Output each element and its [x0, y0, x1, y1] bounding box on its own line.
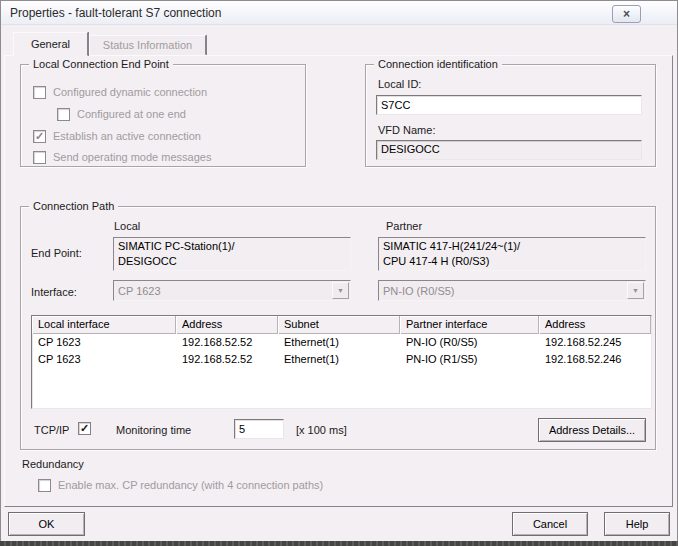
table-row[interactable]: CP 1623 192.168.52.52 Ethernet(1) PN-IO … [32, 334, 651, 351]
dropdown-value: CP 1623 [114, 285, 332, 297]
partner-end-point-line2: CPU 417-4 H (R0/S3) [383, 254, 641, 269]
tcpip-checkbox[interactable]: ✓ [78, 422, 91, 435]
partner-interface-dropdown: PN-IO (R0/S5) ▼ [378, 280, 646, 301]
window-title: Properties - fault-tolerant S7 connectio… [10, 1, 221, 25]
local-end-point-line1: SIMATIC PC-Station(1)/ [118, 239, 346, 254]
send-operating-mode-messages-checkbox [33, 151, 46, 164]
address-details-button[interactable]: Address Details... [538, 418, 646, 442]
checkbox-row: ✓ Establish an active connection [33, 129, 201, 143]
redundancy-label: Redundancy [22, 458, 84, 470]
local-column-label: Local [114, 220, 140, 232]
ok-button[interactable]: OK [8, 512, 85, 536]
table-cell: Ethernet(1) [278, 351, 400, 368]
tcpip-label: TCP/IP [34, 424, 69, 436]
table-row[interactable]: CP 1623 192.168.52.52 Ethernet(1) PN-IO … [32, 351, 651, 368]
titlebar: Properties - fault-tolerant S7 connectio… [1, 1, 677, 25]
partner-column-label: Partner [386, 220, 422, 232]
establish-active-connection-checkbox: ✓ [33, 130, 46, 143]
connection-identification-group: Connection identification Local ID: VFD … [365, 64, 656, 167]
table-cell: PN-IO (R1/S5) [400, 351, 539, 368]
checkbox-label: Send operating mode messages [53, 151, 211, 163]
table-cell: 192.168.52.52 [176, 334, 278, 351]
configured-at-one-end-checkbox [57, 108, 70, 121]
table-cell: 192.168.52.52 [176, 351, 278, 368]
local-id-label: Local ID: [378, 78, 421, 90]
table-cell: CP 1623 [32, 351, 176, 368]
local-end-point-line2: DESIGOCC [118, 254, 346, 269]
local-interface-dropdown: CP 1623 ▼ [113, 280, 351, 301]
close-icon: × [623, 7, 630, 21]
end-point-label: End Point: [31, 247, 82, 259]
table-cell: 192.168.52.246 [539, 351, 651, 368]
column-header[interactable]: Local interface [32, 316, 176, 334]
partner-end-point-line1: SIMATIC 417-H(241/24~(1)/ [383, 239, 641, 254]
column-header[interactable]: Address [176, 316, 278, 334]
table-cell: CP 1623 [32, 334, 176, 351]
checkbox-row: Configured dynamic connection [33, 85, 207, 99]
table-cell: Ethernet(1) [278, 334, 400, 351]
dropdown-value: PN-IO (R0/S5) [379, 285, 627, 297]
tab-general[interactable]: General [13, 32, 88, 56]
checkbox-label: Enable max. CP redundancy (with 4 connec… [58, 479, 323, 491]
vfd-name-field: DESIGOCC [376, 140, 642, 160]
chevron-down-icon: ▼ [332, 282, 349, 299]
vfd-name-label: VFD Name: [378, 124, 435, 136]
window-bottom-edge [0, 541, 678, 546]
connection-path-group: Connection Path Local Partner End Point:… [20, 206, 656, 450]
close-button[interactable]: × [612, 5, 641, 23]
local-id-input[interactable] [376, 95, 642, 115]
monitoring-time-unit-label: [x 100 ms] [296, 424, 347, 436]
interface-label: Interface: [31, 286, 77, 298]
interface-table: Local interface Address Subnet Partner i… [31, 315, 652, 409]
column-header[interactable]: Address [539, 316, 651, 334]
group-title: Connection identification [374, 58, 502, 70]
checkbox-label: Configured dynamic connection [53, 86, 207, 98]
partner-end-point-field: SIMATIC 417-H(241/24~(1)/ CPU 417-4 H (R… [378, 237, 646, 271]
monitoring-time-label: Monitoring time [116, 424, 191, 436]
enable-cp-redundancy-checkbox [38, 479, 51, 492]
column-header[interactable]: Partner interface [400, 316, 539, 334]
cancel-button[interactable]: Cancel [512, 512, 588, 536]
column-header[interactable]: Subnet [278, 316, 400, 334]
checkbox-row: Configured at one end [57, 107, 186, 121]
checkbox-row: Enable max. CP redundancy (with 4 connec… [38, 478, 323, 492]
group-title: Connection Path [29, 200, 118, 212]
table-header-row: Local interface Address Subnet Partner i… [32, 316, 651, 334]
checkbox-row: Send operating mode messages [33, 150, 211, 164]
tab-status-information: Status Information [89, 35, 206, 55]
group-title: Local Connection End Point [29, 58, 173, 70]
checkbox-label: Configured at one end [77, 108, 186, 120]
table-cell: PN-IO (R0/S5) [400, 334, 539, 351]
local-end-point-field: SIMATIC PC-Station(1)/ DESIGOCC [113, 237, 351, 271]
checkbox-label: Establish an active connection [53, 130, 201, 142]
table-cell: 192.168.52.245 [539, 334, 651, 351]
configured-dynamic-connection-checkbox [33, 86, 46, 99]
chevron-down-icon: ▼ [627, 282, 644, 299]
help-button[interactable]: Help [604, 512, 670, 536]
monitoring-time-input[interactable] [234, 419, 284, 439]
local-connection-end-point-group: Local Connection End Point Configured dy… [20, 64, 306, 167]
properties-dialog: Properties - fault-tolerant S7 connectio… [0, 0, 678, 546]
